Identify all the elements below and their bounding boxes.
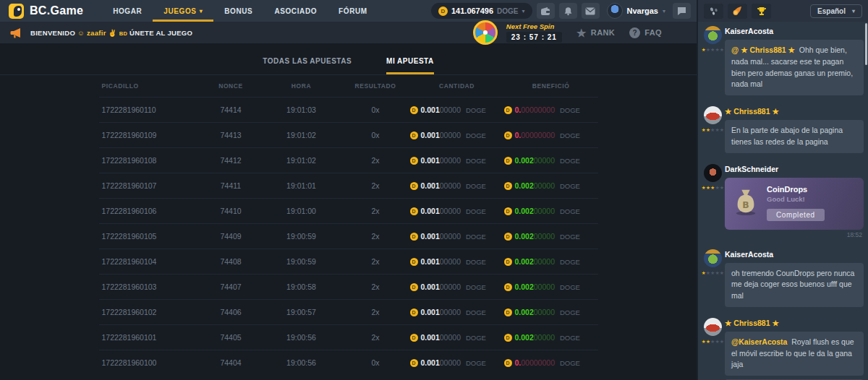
notifications-button[interactable]: [559, 3, 577, 19]
bet-amount-value: 0.00100000: [421, 105, 461, 114]
brand-name: BC.Game: [30, 4, 83, 17]
wallet-button[interactable]: [537, 3, 555, 19]
chat-username[interactable]: KaiserAcosta: [725, 27, 864, 35]
announcement-bar: BIENVENIDO ☺ zaafir ✌ BD ÚNETE AL JUEGO …: [0, 22, 697, 43]
bet-profit-value: 0.00000000: [515, 105, 555, 114]
doge-coin-icon: D: [504, 283, 512, 291]
bet-profit: D0.00200000DOGE: [504, 333, 598, 342]
col-header-amount: CANTIDAD: [410, 82, 504, 90]
bet-result: 2x: [341, 156, 410, 165]
chat-message: ★★★★★DarkSchneiderBCoinDropsGood Luck!Co…: [701, 163, 864, 242]
bet-hash: 1722281960107: [99, 181, 200, 190]
chat-username[interactable]: DarkSchneider: [725, 165, 864, 173]
bet-profit-value: 0.00200000: [515, 257, 555, 266]
chat-scrollbar[interactable]: [865, 23, 867, 65]
table-body: 17222819601107441419:01:030xD0.00100000D…: [99, 97, 598, 375]
table-row[interactable]: 17222819601067441019:01:002xD0.00100000D…: [99, 198, 598, 223]
tab-todas-las-apuestas[interactable]: TODAS LAS APUESTAS: [263, 57, 352, 74]
bet-result: 2x: [341, 333, 410, 342]
nav-item-hogar[interactable]: HOGAR: [102, 0, 153, 22]
bet-time: 19:00:56: [262, 333, 341, 342]
brand-logo[interactable]: BC.Game: [9, 4, 83, 19]
main-column: BC.Game HOGARJUEGOS▾BONUSASOCIADOFÓRUM D…: [0, 0, 697, 380]
nav-item-forum[interactable]: FÓRUM: [328, 0, 378, 22]
chat-toggle-button[interactable]: [673, 3, 691, 19]
doge-coin-icon: D: [410, 157, 418, 165]
bet-profit-value: 0.00200000: [515, 333, 555, 342]
currency-label: DOGE: [466, 131, 486, 139]
table-row[interactable]: 17222819601037440719:00:582xD0.00100000D…: [99, 274, 598, 299]
table-row[interactable]: 17222819601057440919:00:592xD0.00100000D…: [99, 223, 598, 249]
tab-mi-apuesta[interactable]: MI APUESTA: [386, 57, 434, 74]
bet-result: 2x: [341, 282, 410, 291]
coindrops-subtitle: Good Luck!: [767, 195, 825, 203]
contest-button[interactable]: [752, 4, 771, 19]
bet-amount: D0.00100000DOGE: [410, 308, 504, 316]
bet-result: 2x: [341, 257, 410, 266]
free-spin-block[interactable]: Next Free Spin 23 : 57 : 21: [506, 22, 562, 43]
table-row[interactable]: 17222819601027440619:00:572xD0.00100000D…: [99, 299, 598, 324]
table-row[interactable]: 17222819601077441119:01:012xD0.00100000D…: [99, 173, 598, 198]
coindrops-completed-button[interactable]: Completed: [767, 209, 825, 221]
table-row[interactable]: 17222819601047440819:00:592xD0.00100000D…: [99, 249, 598, 274]
chat-username[interactable]: KaiserAcosta: [725, 250, 864, 259]
bet-amount: D0.00100000DOGE: [410, 207, 504, 215]
mention-link[interactable]: @ ★ Chriss881 ★: [731, 46, 795, 54]
language-selector[interactable]: Español ▾: [810, 4, 862, 18]
free-spin-wheel-icon[interactable]: [473, 20, 498, 45]
bet-time: 19:01:00: [262, 207, 341, 215]
balance-selector[interactable]: D 141.067496 DOGE ▾: [431, 3, 532, 19]
currency-label: DOGE: [466, 182, 486, 190]
table-row[interactable]: 17222819601017440519:00:562xD0.00100000D…: [99, 324, 598, 350]
currency-label: DOGE: [466, 359, 486, 367]
bet-hash: 1722281960103: [99, 282, 200, 291]
rank-link[interactable]: ★ RANK: [576, 27, 615, 38]
bet-hash: 1722281960106: [99, 207, 200, 215]
chat-avatar[interactable]: [704, 249, 722, 267]
rain-button[interactable]: [704, 4, 723, 19]
nav-item-label: FÓRUM: [339, 7, 367, 15]
bet-amount-value: 0.00100000: [421, 358, 461, 367]
bet-profit-value: 0.00200000: [515, 156, 555, 165]
balance-currency: DOGE: [497, 7, 518, 15]
bet-profit: D0.00200000DOGE: [504, 181, 598, 190]
chevron-down-icon: ▾: [200, 8, 203, 14]
bet-time: 19:00:56: [262, 358, 341, 367]
bet-amount-value: 0.00100000: [421, 207, 461, 215]
bet-amount: D0.00100000DOGE: [410, 131, 504, 139]
message-timestamp: 18:52: [725, 231, 862, 238]
chat-panel: Español ▾ ★★★★★KaiserAcosta@ ★ Chriss881…: [697, 0, 868, 380]
coindrops-card: BCoinDropsGood Luck!Completed: [725, 178, 864, 230]
announcement-prefix: BIENVENIDO: [30, 29, 75, 37]
table-row[interactable]: 17222819601097441319:01:020xD0.00100000D…: [99, 122, 598, 147]
table-row[interactable]: 17222819601007440419:00:560xD0.00100000D…: [99, 350, 598, 375]
chat-avatar[interactable]: [704, 26, 722, 44]
table-row[interactable]: 17222819601087441219:01:022xD0.00100000D…: [99, 147, 598, 173]
nav-item-bonus[interactable]: BONUS: [213, 0, 263, 22]
faq-link[interactable]: ? FAQ: [629, 27, 662, 38]
nav-item-juegos[interactable]: JUEGOS▾: [153, 0, 213, 22]
messages-button[interactable]: [582, 3, 600, 19]
coindrop-button[interactable]: [728, 4, 747, 19]
chat-username[interactable]: ★ Chriss881 ★: [725, 319, 864, 327]
bet-amount: D0.00100000DOGE: [410, 156, 504, 165]
doge-coin-icon: D: [410, 106, 418, 114]
bet-time: 19:01:01: [262, 181, 341, 190]
doge-coin-icon: D: [504, 182, 512, 190]
user-menu[interactable]: Nvargas ▾: [607, 3, 665, 19]
nav-item-asociado[interactable]: ASOCIADO: [263, 0, 328, 22]
announcement-username[interactable]: zaafir: [87, 29, 106, 37]
bet-profit-value: 0.00200000: [515, 207, 555, 215]
bet-hash: 1722281960104: [99, 257, 200, 266]
chat-username[interactable]: ★ Chriss881 ★: [725, 107, 864, 116]
chat-avatar[interactable]: [704, 318, 722, 336]
chat-avatar[interactable]: [704, 106, 722, 124]
bet-profit-value: 0.00000000: [515, 358, 555, 367]
chat-avatar[interactable]: [704, 164, 722, 182]
currency-label: DOGE: [560, 182, 580, 190]
table-row[interactable]: 17222819601107441419:01:030xD0.00100000D…: [99, 97, 598, 122]
mention-link[interactable]: @KaiserAcosta: [731, 337, 787, 346]
user-avatar: [607, 3, 623, 19]
bet-amount-value: 0.00100000: [421, 308, 461, 316]
doge-coin-icon: D: [504, 258, 512, 266]
